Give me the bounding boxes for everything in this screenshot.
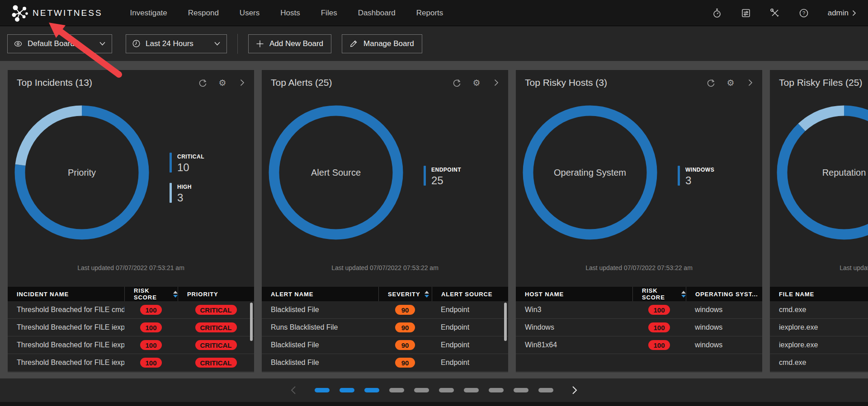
pagination-prev-icon[interactable] [288, 384, 298, 396]
card-title: Top Incidents (13) [17, 77, 92, 88]
nav-item-investigate[interactable]: Investigate [130, 9, 167, 18]
host-name[interactable]: Win3 [516, 306, 632, 314]
add-new-board-button[interactable]: Add New Board [248, 34, 331, 53]
card-header: Top Incidents (13) ⚙ [17, 77, 247, 88]
file-name[interactable]: iexplore.exe [770, 341, 868, 349]
table-row[interactable]: Threshold Breached for FILE iexpl... 100… [8, 336, 254, 354]
page-dot-6[interactable] [439, 388, 454, 392]
card-title: Top Alerts (25) [271, 77, 332, 88]
column-header-risk-score[interactable]: RISK SCORE [124, 287, 178, 301]
incident-name[interactable]: Threshold Breached for FILE iexpl... [8, 359, 124, 367]
alert-name[interactable]: Runs Blacklisted File [262, 323, 378, 331]
admin-user-label: admin [828, 9, 849, 18]
risk-score-badge: 100 [648, 322, 670, 332]
host-os: windows [686, 341, 762, 349]
refresh-icon[interactable] [198, 78, 207, 87]
incident-name[interactable]: Threshold Breached for FILE iexpl... [8, 341, 124, 349]
table-scrollbar-thumb[interactable] [250, 303, 253, 341]
page-dot-3[interactable] [364, 388, 379, 392]
column-header-operating-system[interactable]: OPERATING SYST... [686, 287, 762, 301]
manage-board-button[interactable]: Manage Board [342, 34, 422, 53]
cards-row: Top Incidents (13) ⚙ Priority [8, 70, 868, 372]
page-dot-5[interactable] [414, 388, 429, 392]
table-row[interactable]: cmd.exe [770, 354, 868, 372]
table-row[interactable]: Win81x64 100 windows [516, 336, 762, 354]
pagination-next-icon[interactable] [570, 384, 580, 396]
file-name[interactable]: cmd.exe [770, 359, 868, 367]
table-row[interactable]: Windows 100 windows [516, 319, 762, 336]
refresh-icon[interactable] [706, 78, 715, 87]
chevron-right-icon[interactable] [746, 78, 755, 87]
column-header-alert-source[interactable]: ALERT SOURCE [432, 287, 508, 301]
netwitness-logo[interactable]: NETWITNESS [12, 4, 103, 22]
table-row[interactable]: Threshold Breached for FILE iexpl... 100… [8, 319, 254, 336]
table-row[interactable]: Runs Blacklisted File 90 Endpoint [262, 319, 508, 336]
page-dot-10[interactable] [538, 388, 553, 392]
column-header-incident-name[interactable]: INCIDENT NAME [8, 287, 124, 301]
table-scrollbar-thumb[interactable] [504, 303, 507, 341]
manage-board-label: Manage Board [363, 39, 414, 48]
dashboard-board: Top Incidents (13) ⚙ Priority [0, 61, 868, 378]
jobs-panel-icon[interactable] [741, 8, 751, 18]
page-dot-1[interactable] [315, 388, 330, 392]
host-name[interactable]: Win81x64 [516, 341, 632, 349]
nav-item-respond[interactable]: Respond [188, 9, 219, 18]
page-dot-9[interactable] [514, 388, 528, 392]
nav-item-files[interactable]: Files [321, 9, 337, 18]
risk-score-badge: 100 [648, 340, 670, 350]
gear-icon[interactable]: ⚙ [472, 78, 481, 87]
column-header-risk-score[interactable]: RISK SCORE [632, 287, 686, 301]
incident-name[interactable]: Threshold Breached for FILE iexpl... [8, 323, 124, 331]
incident-name[interactable]: Threshold Breached for FILE cmd.e... [8, 306, 124, 314]
table-row[interactable]: Win3 100 windows [516, 301, 762, 319]
board-pagination [0, 378, 868, 402]
refresh-icon[interactable] [452, 78, 461, 87]
table-row[interactable]: Threshold Breached for FILE cmd.e... 100… [8, 301, 254, 319]
legend-item-high: HIGH 3 [170, 183, 204, 204]
card-top-alerts: Top Alerts (25) ⚙ Alert Source [262, 70, 508, 372]
table-row[interactable]: iexplore.exe [770, 319, 868, 336]
column-header-severity[interactable]: SEVERITY [378, 287, 432, 301]
column-header-host-name[interactable]: HOST NAME [516, 287, 632, 301]
incidents-table: INCIDENT NAME RISK SCORE PRIORITY Thresh… [8, 287, 254, 372]
stopwatch-icon[interactable] [712, 8, 722, 18]
alert-name[interactable]: Blacklisted File [262, 306, 378, 314]
card-top-risky-files: Top Risky Files (25) ⚙ Reputation [770, 70, 868, 372]
help-icon[interactable]: ? [799, 8, 809, 18]
page-dot-8[interactable] [489, 388, 504, 392]
file-name[interactable]: iexplore.exe [770, 323, 868, 331]
table-row[interactable]: Threshold Breached for FILE iexpl... 100… [8, 354, 254, 372]
column-header-priority[interactable]: PRIORITY [178, 287, 254, 301]
netwitness-molecule-icon [12, 4, 28, 22]
board-select[interactable]: Default Board [7, 34, 112, 53]
time-range-select[interactable]: Last 24 Hours [126, 34, 227, 53]
table-row[interactable]: cmd.exe [770, 301, 868, 319]
nav-item-users[interactable]: Users [240, 9, 259, 18]
admin-user-menu[interactable]: admin [828, 9, 856, 18]
file-name[interactable]: cmd.exe [770, 306, 868, 314]
column-header-file-name[interactable]: FILE NAME [770, 287, 868, 301]
page-dot-4[interactable] [389, 388, 404, 392]
gear-icon[interactable]: ⚙ [218, 78, 227, 87]
chevron-right-icon[interactable] [492, 78, 501, 87]
host-name[interactable]: Windows [516, 323, 632, 331]
alert-name[interactable]: Blacklisted File [262, 341, 378, 349]
page-dot-7[interactable] [464, 388, 479, 392]
legend-label: HIGH [177, 184, 192, 190]
nav-item-hosts[interactable]: Hosts [280, 9, 300, 18]
column-header-alert-name[interactable]: ALERT NAME [262, 287, 378, 301]
table-row[interactable]: Blacklisted File 90 Endpoint [262, 354, 508, 372]
chevron-right-icon[interactable] [238, 78, 247, 87]
gear-icon[interactable]: ⚙ [726, 78, 735, 87]
table-row[interactable]: Blacklisted File 90 Endpoint [262, 301, 508, 319]
page-dot-2[interactable] [340, 388, 354, 392]
brand-name: NETWITNESS [33, 8, 103, 18]
nav-item-dashboard[interactable]: Dashboard [358, 9, 396, 18]
card-top-incidents: Top Incidents (13) ⚙ Priority [8, 70, 254, 372]
nav-item-reports[interactable]: Reports [416, 9, 443, 18]
alerts-table: ALERT NAME SEVERITY ALERT SOURCE Blackli… [262, 287, 508, 372]
table-row[interactable]: Blacklisted File 90 Endpoint [262, 336, 508, 354]
tools-icon[interactable] [770, 8, 780, 18]
alert-name[interactable]: Blacklisted File [262, 359, 378, 367]
table-row[interactable]: iexplore.exe [770, 336, 868, 354]
